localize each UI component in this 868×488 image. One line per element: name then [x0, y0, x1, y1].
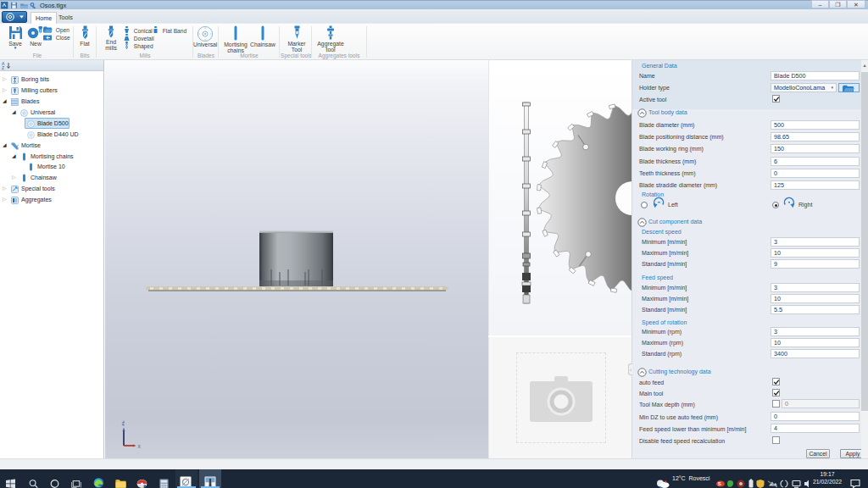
svg-text:S: S — [718, 481, 721, 486]
svg-text:x: x — [138, 443, 142, 449]
svg-text:Z: Z — [2, 65, 4, 70]
svg-text:z: z — [122, 420, 125, 426]
